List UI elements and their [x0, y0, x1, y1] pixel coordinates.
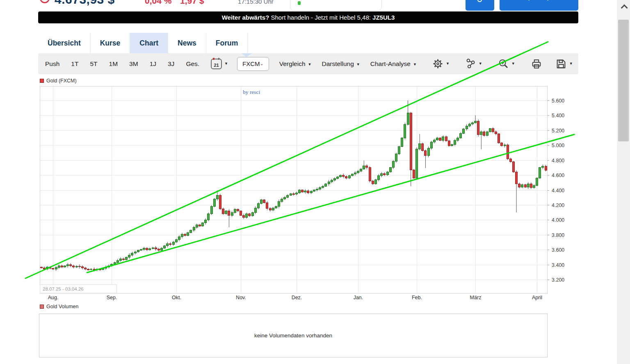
watchlist-widget[interactable]: [290, 0, 382, 11]
x-axis-month-label: März: [470, 295, 482, 300]
legend-swatch-icon: [40, 305, 44, 309]
toolbar-notch: [241, 53, 252, 57]
y-axis-tick-label: 3.600: [552, 247, 564, 253]
range-5t[interactable]: 5T: [90, 60, 97, 68]
menu-chart-analyse[interactable]: Chart-Analyse▼: [370, 60, 417, 68]
bell-icon: [477, 0, 482, 2]
chevron-down-icon: ▼: [356, 62, 360, 66]
volume-empty-message: keine Volumendaten vorhanden: [254, 332, 332, 339]
header-strip: 4.673,93 $ 0,04 % 1,97 $ 17:15:30 Uhr: [38, 0, 578, 11]
range-1t[interactable]: 1T: [71, 60, 78, 68]
chevron-down-icon: ⌄: [260, 61, 264, 66]
x-axis-month-label: Nov.: [236, 295, 246, 300]
y-axis-tick-label: 5.000: [552, 143, 564, 148]
tab-uebersicht[interactable]: Übersicht: [38, 33, 91, 53]
chevron-down-icon: ▼: [224, 61, 228, 66]
page-scrollbar[interactable]: [617, 0, 630, 364]
alarm-button[interactable]: [466, 0, 494, 11]
banner-text: Short handeln - Jetzt mit Hebel 5,48:: [269, 14, 372, 21]
menu-vergleich[interactable]: Vergleich▼: [279, 60, 312, 68]
y-axis-tick-label: 5.400: [552, 113, 564, 118]
range-push[interactable]: Push: [45, 60, 59, 68]
date-picker[interactable]: 21 ▼: [211, 59, 228, 69]
menu-label: Vergleich: [279, 60, 306, 67]
menu-darstellung[interactable]: Darstellung▼: [322, 60, 360, 68]
change-absolute: 1,97 $: [180, 0, 204, 6]
legend-label: Gold (FXCM): [46, 78, 77, 84]
gear-icon: [432, 58, 443, 69]
chevron-down-icon: ▼: [308, 62, 312, 66]
volume-legend-label: Gold Volumen: [46, 304, 79, 309]
tab-news[interactable]: News: [168, 33, 206, 53]
chart-toolbar: Push 1T 5T 1M 3M 1J 3J Ges. 21 ▼ FXCM ⌄ …: [38, 53, 578, 74]
range-ges[interactable]: Ges.: [186, 60, 199, 68]
x-axis-month-label: Aug.: [48, 295, 59, 300]
instrument-price: 4.673,93 $: [55, 0, 115, 7]
share-nodes-icon: [465, 58, 476, 69]
chevron-down-icon: ▼: [569, 61, 573, 66]
trendline: [87, 134, 574, 273]
zoom-button[interactable]: ▼: [498, 58, 515, 69]
y-axis-tick-label: 4.000: [552, 217, 564, 223]
scrollbar-thumb[interactable]: [618, 20, 629, 141]
range-1j[interactable]: 1J: [150, 60, 156, 68]
x-axis-month-label: Sep.: [107, 295, 117, 300]
menu-label: Chart-Analyse: [370, 60, 411, 67]
status-dot-icon: [298, 1, 301, 5]
chart-watermark: by resci: [243, 89, 260, 95]
button-glyph-fragment: [528, 0, 530, 0]
floppy-save-icon: [555, 58, 567, 70]
x-axis-month-label: Okt.: [172, 295, 181, 300]
quote-time: 17:15:30 Uhr: [238, 0, 274, 5]
range-3j[interactable]: 3J: [168, 60, 174, 68]
indicators-button[interactable]: ▼: [465, 58, 482, 69]
volume-panel: keine Volumendaten vorhanden: [39, 314, 548, 357]
tab-chart[interactable]: Chart: [130, 33, 168, 53]
section-tabs: Übersicht Kurse Chart News Forum: [38, 33, 248, 53]
y-axis-tick-label: 3.800: [552, 232, 564, 238]
x-axis-month-label: April: [532, 295, 542, 300]
x-axis-month-label: Feb.: [412, 295, 422, 300]
chevron-up-icon: [621, 5, 628, 11]
scroll-up-button[interactable]: [617, 0, 630, 14]
exchange-selected-value: FXCM: [242, 60, 260, 67]
trendline: [25, 42, 548, 278]
chevron-down-icon: ▼: [413, 62, 417, 66]
trade-button[interactable]: [500, 0, 578, 11]
x-axis-month-label: Jan.: [354, 295, 363, 300]
promo-banner[interactable]: Weiter abwärts? Short handeln - Jetzt mi…: [38, 11, 578, 23]
volume-legend: Gold Volumen: [40, 304, 79, 309]
range-3m[interactable]: 3M: [129, 60, 138, 68]
chevron-down-icon: ▼: [446, 61, 450, 66]
candlestick-series: [40, 100, 547, 271]
banner-wkn: JZ5UL3: [372, 14, 395, 21]
y-axis-tick-label: 3.400: [552, 262, 564, 268]
printer-icon: [531, 58, 542, 70]
chart-legend: Gold (FXCM): [40, 78, 77, 84]
date-range-label: 28.07.25 - 03.04.26: [43, 287, 84, 291]
save-button[interactable]: ▼: [555, 58, 573, 70]
chart-grid: 3.2003.4003.6003.8004.0004.2004.4004.600…: [40, 86, 564, 300]
settings-button[interactable]: ▼: [432, 58, 450, 69]
banner-lead: Weiter abwärts?: [222, 14, 269, 21]
y-axis-tick-label: 5.600: [552, 98, 564, 104]
y-axis-tick-label: 4.200: [552, 202, 564, 208]
y-axis-tick-label: 5.200: [552, 128, 564, 134]
y-axis-tick-label: 4.600: [552, 173, 564, 178]
tab-forum[interactable]: Forum: [206, 33, 248, 53]
calendar-icon: 21: [211, 59, 222, 69]
menu-label: Darstellung: [322, 60, 354, 67]
legend-swatch-icon: [40, 79, 44, 83]
y-axis-tick-label: 4.400: [552, 188, 564, 193]
exchange-select[interactable]: FXCM ⌄: [237, 57, 269, 71]
zoom-in-icon: [498, 58, 509, 69]
change-percent: 0,04 %: [145, 0, 171, 6]
chevron-down-icon: ▼: [479, 61, 482, 66]
button-glyph-fragment: [547, 0, 548, 0]
print-button[interactable]: [531, 58, 542, 70]
date-range-box: 28.07.25 - 03.04.26: [40, 285, 117, 293]
x-axis-month-label: Dez.: [292, 295, 302, 300]
tab-kurse[interactable]: Kurse: [91, 33, 130, 53]
range-1m[interactable]: 1M: [109, 60, 118, 68]
y-axis-tick-label: 3.200: [552, 277, 564, 283]
